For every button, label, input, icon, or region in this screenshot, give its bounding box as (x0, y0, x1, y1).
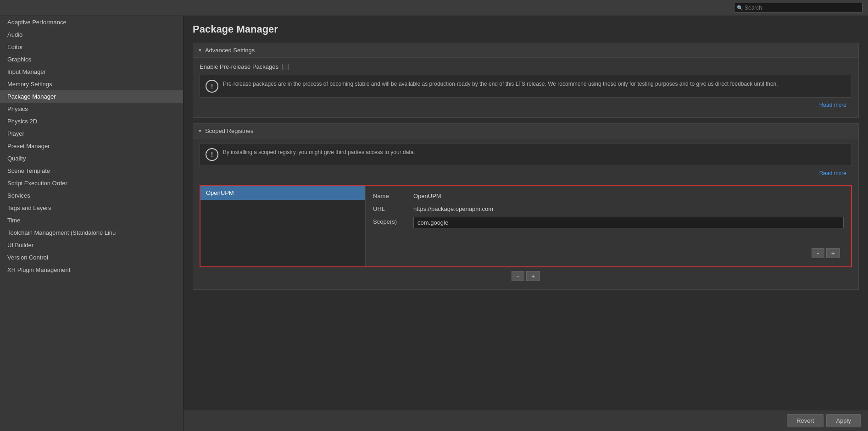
prerelease-info-text: Pre-release packages are in the process … (223, 80, 846, 88)
scoped-registries-header[interactable]: ▼ Scoped Registries (193, 124, 858, 138)
advanced-read-more-link[interactable]: Read more (819, 102, 846, 108)
sidebar-item-physics-2d[interactable]: Physics 2D (0, 115, 183, 127)
sidebar-item-preset-manager[interactable]: Preset Manager (0, 140, 183, 152)
sidebar-item-audio[interactable]: Audio (0, 28, 183, 41)
field-row-name: Name OpenUPM (373, 191, 844, 199)
search-input[interactable] (734, 3, 862, 13)
sidebar-item-physics[interactable]: Physics (0, 103, 183, 115)
sidebar-item-input-manager[interactable]: Input Manager (0, 66, 183, 78)
advanced-settings-title: Advanced Settings (205, 47, 255, 54)
search-icon: 🔍 (737, 5, 743, 11)
scope-input[interactable] (413, 217, 844, 228)
sidebar-item-time[interactable]: Time (0, 214, 183, 227)
footer: Revert Apply (184, 410, 868, 431)
enable-prerelease-checkbox[interactable] (282, 64, 289, 70)
advanced-settings-arrow: ▼ (198, 48, 202, 53)
scoped-read-more-link[interactable]: Read more (819, 170, 846, 177)
sidebar-item-quality[interactable]: Quality (0, 152, 183, 165)
sidebar-item-adaptive-performance[interactable]: Adaptive Performance (0, 16, 183, 28)
main-layout: Adaptive PerformanceAudioEditorGraphicsI… (0, 16, 868, 431)
sidebar-item-ui-builder[interactable]: UI Builder (0, 239, 183, 251)
scoped-registries-section: ▼ Scoped Registries ! By installing a sc… (193, 123, 859, 290)
apply-button[interactable]: Apply (826, 414, 861, 427)
scoped-registries-arrow: ▼ (198, 128, 202, 133)
sidebar-item-editor[interactable]: Editor (0, 41, 183, 53)
prerelease-info-box: ! Pre-release packages are in the proces… (200, 75, 852, 98)
search-wrapper: 🔍 (734, 3, 862, 13)
bottom-list-controls: - + (200, 267, 852, 285)
field-label-name: Name (373, 191, 410, 199)
advanced-read-more-row: Read more (200, 99, 852, 112)
page-title: Package Manager (193, 23, 859, 35)
sidebar-item-graphics[interactable]: Graphics (0, 53, 183, 66)
enable-prerelease-label: Enable Pre-release Packages (200, 63, 278, 70)
sidebar-item-toolchain-management[interactable]: Toolchain Management (Standalone Linu (0, 227, 183, 239)
info-icon: ! (206, 80, 218, 93)
registry-buttons: - + (373, 244, 844, 261)
field-row-url: URL https://package.openupm.com (373, 204, 844, 212)
registry-list-item-openupm[interactable]: OpenUPM (200, 186, 365, 200)
sidebar-item-tags-and-layers[interactable]: Tags and Layers (0, 202, 183, 214)
scoped-info-text: By installing a scoped registry, you mig… (223, 148, 846, 156)
registry-remove-button[interactable]: - (812, 248, 824, 258)
sidebar: Adaptive PerformanceAudioEditorGraphicsI… (0, 16, 184, 431)
top-bar: 🔍 (0, 0, 868, 16)
sidebar-item-scene-template[interactable]: Scene Template (0, 165, 183, 177)
field-row-scope: Scope(s) (373, 217, 844, 228)
sidebar-item-player[interactable]: Player (0, 127, 183, 140)
field-value-url: https://package.openupm.com (413, 204, 844, 212)
registry-container: OpenUPM Name OpenUPM URL (200, 185, 852, 267)
registry-add-button[interactable]: + (826, 248, 840, 258)
scoped-info-box: ! By installing a scoped registry, you m… (200, 143, 852, 166)
sidebar-item-xr-plugin-management[interactable]: XR Plugin Management (0, 264, 183, 276)
advanced-settings-header[interactable]: ▼ Advanced Settings (193, 43, 858, 58)
sidebar-item-version-control[interactable]: Version Control (0, 251, 183, 264)
field-label-scope: Scope(s) (373, 217, 410, 225)
scoped-registries-title: Scoped Registries (205, 127, 254, 134)
sidebar-item-services[interactable]: Services (0, 189, 183, 202)
list-remove-button[interactable]: - (512, 271, 524, 281)
field-value-name: OpenUPM (413, 191, 844, 199)
sidebar-item-memory-settings[interactable]: Memory Settings (0, 78, 183, 90)
sidebar-item-script-execution-order[interactable]: Script Execution Order (0, 177, 183, 189)
content-area: Package Manager ▼ Advanced Settings Enab… (184, 16, 868, 431)
list-add-button[interactable]: + (526, 271, 540, 281)
registry-detail: Name OpenUPM URL https://package.openupm… (366, 186, 851, 266)
sidebar-item-package-manager[interactable]: Package Manager (0, 90, 183, 103)
field-label-url: URL (373, 204, 410, 212)
advanced-settings-section: ▼ Advanced Settings Enable Pre-release P… (193, 43, 859, 118)
scoped-read-more-row: Read more (200, 168, 852, 180)
enable-prerelease-row: Enable Pre-release Packages (200, 63, 852, 70)
registry-list: OpenUPM (200, 186, 366, 266)
revert-button[interactable]: Revert (787, 414, 823, 427)
scoped-info-icon: ! (206, 148, 218, 161)
